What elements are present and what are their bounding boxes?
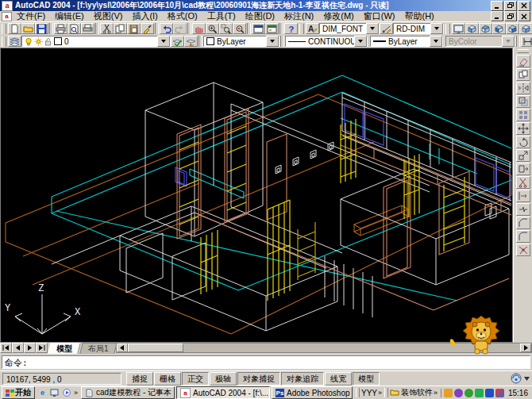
copy-button[interactable] [114,23,127,34]
menu-tools[interactable]: 工具(T) [202,11,241,21]
trim-button[interactable] [516,176,530,189]
layer-thaw-sun-icon[interactable] [34,37,43,46]
properties-palette-button[interactable] [252,23,265,34]
show-desktop-icon[interactable] [49,388,60,398]
scrollbar-thumb[interactable] [128,343,183,352]
color-dropdown[interactable] [266,36,279,47]
print-button[interactable] [54,23,67,34]
dim-style-dropdown[interactable] [430,23,443,34]
horizontal-scrollbar[interactable] [116,343,532,353]
plot-button[interactable] [81,23,94,34]
tab-first-button[interactable] [0,343,12,353]
stretch-button[interactable] [516,163,530,175]
designcenter-button[interactable] [265,23,279,34]
linear-dimension-button[interactable] [521,36,532,47]
undo-button[interactable] [160,23,173,34]
view-top-icon[interactable] [465,23,479,34]
toggle-snap[interactable]: 捕捉 [126,372,153,386]
layer-previous-button[interactable] [184,36,198,47]
command-input[interactable]: 命令: [2,355,530,369]
lineweight-dropdown[interactable] [430,36,442,47]
tab-last-button[interactable] [36,343,48,353]
copy-object-button[interactable] [516,68,530,81]
menu-draw[interactable]: 绘图(D) [241,11,279,21]
restore-button[interactable] [504,1,517,11]
erase-button[interactable] [516,55,530,67]
tab-next-button[interactable] [24,343,36,353]
named-views-icon[interactable] [452,23,465,34]
toggle-grid[interactable]: 栅格 [154,372,181,386]
toolbar-decor-overflow[interactable]: » [433,389,438,397]
menu-view[interactable]: 视图(V) [89,11,128,21]
menu-edit[interactable]: 编辑(E) [50,11,89,21]
tray-icon-3[interactable] [465,389,473,397]
close-button[interactable] [518,1,530,11]
scale-button[interactable] [516,149,530,162]
scroll-left-button[interactable] [117,343,128,352]
layer-on-bulb-icon[interactable] [25,37,33,46]
layers-manager-button[interactable] [8,36,21,47]
media-player-icon[interactable] [61,388,71,398]
text-style-icon[interactable]: A [306,23,319,34]
communication-center-icon[interactable] [511,373,522,384]
toggle-model[interactable]: 模型 [353,372,380,386]
dim-style-icon[interactable] [380,23,393,34]
break-button[interactable] [516,203,530,216]
task-notepad[interactable]: cad建模教程 - 记事本 [81,386,175,399]
toggle-osnap[interactable]: 对象捕捉 [237,372,280,386]
tray-icon-1[interactable] [444,389,453,397]
layer-combo[interactable]: 0 [21,36,171,47]
zoom-previous-button[interactable] [233,23,246,34]
toolbar-decor-label[interactable]: 装饰软件 [401,387,433,398]
text-style-combo[interactable]: DIM_FONT [319,23,380,34]
rotate-button[interactable] [516,136,530,148]
drawing-viewport[interactable]: Z Y X [0,48,513,343]
new-button[interactable] [8,23,21,34]
status-tray-arrow-icon[interactable] [524,377,530,381]
zoom-window-button[interactable] [219,23,233,34]
tray-icon-5[interactable] [485,389,494,397]
doc-minimize-button[interactable] [491,11,503,21]
help-button[interactable]: ? [284,23,298,34]
linetype-combo[interactable]: CONTINUOUS [285,36,368,47]
toggle-otrack[interactable]: 对象追踪 [281,372,324,386]
scroll-right-button[interactable] [520,343,531,352]
tray-icon-2[interactable] [454,389,463,397]
open-button[interactable] [21,23,35,34]
fillet-button[interactable] [516,230,530,243]
lineweight-combo[interactable]: ByLayer [370,36,443,47]
print-preview-button[interactable] [67,23,81,34]
menu-insert[interactable]: 插入(I) [127,11,162,21]
toggle-lineweight[interactable]: 线宽 [325,372,352,386]
array-button[interactable] [516,109,530,121]
autocad-app-icon[interactable]: a [2,1,13,11]
paste-button[interactable] [127,23,141,34]
menu-format[interactable]: 格式(O) [163,11,202,21]
mirror-button[interactable] [516,82,530,94]
cut-button[interactable] [100,23,114,34]
view-right-icon[interactable] [506,23,519,34]
make-object-layer-current-button[interactable] [171,36,184,47]
tab-layout1[interactable]: 布局1 [79,343,117,354]
move-button[interactable] [516,122,530,135]
document-icon[interactable]: a [2,12,12,21]
view-bottom-icon[interactable] [479,23,492,34]
extend-button[interactable] [516,190,530,202]
quick-launch-overflow[interactable]: » [73,389,79,397]
tray-icon-6[interactable] [495,389,504,397]
text-style-dropdown[interactable] [366,23,379,34]
dim-style-combo[interactable]: RD-DIM [393,23,444,34]
layer-unlock-icon[interactable] [44,37,52,46]
menu-file[interactable]: 文件(F) [12,11,50,21]
menu-help[interactable]: 帮助(H) [400,11,439,21]
tab-prev-button[interactable] [12,343,24,353]
menu-modify[interactable]: 修改(M) [318,11,359,21]
view-left-icon[interactable] [492,23,506,34]
match-properties-button[interactable] [141,23,154,34]
layer-dropdown[interactable] [157,36,170,47]
save-button[interactable] [35,23,48,34]
tray-icon-4[interactable] [475,389,484,397]
toggle-ortho[interactable]: 正交 [182,372,209,386]
linetype-dropdown[interactable] [354,36,367,47]
color-combo[interactable]: ByLayer [203,36,279,47]
